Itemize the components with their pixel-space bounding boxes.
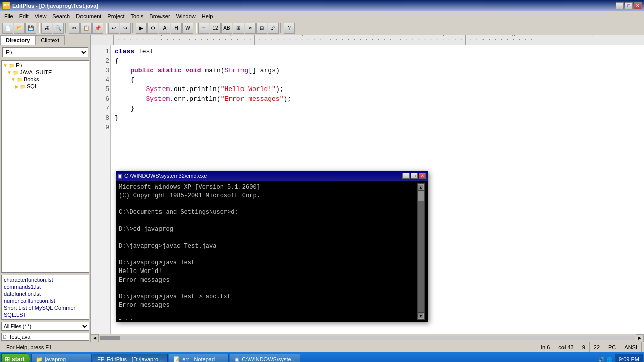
cmd-close-btn[interactable]: ✕	[419, 173, 426, 179]
cmd-scroll-thumb[interactable]	[418, 191, 424, 201]
menu-window[interactable]: Window	[173, 12, 199, 20]
tree-item-sql[interactable]: ▶ 📁 SQL	[3, 83, 88, 90]
taskbar-item-editplus[interactable]: EP EditPlus - [D:\javapro...	[93, 354, 168, 362]
status-pc: PC	[604, 342, 620, 352]
toolbar-btn-t10[interactable]: 🖊	[268, 23, 279, 34]
file-item-6[interactable]: SQL.LST	[3, 311, 88, 318]
menu-edit[interactable]: Edit	[16, 12, 32, 20]
new-file-button[interactable]: 📄	[2, 23, 13, 34]
scroll-left-btn[interactable]: ◀	[91, 334, 99, 342]
taskbar-item-javaprog[interactable]: 📁 javaprog	[31, 354, 92, 362]
start-button[interactable]: ⊞ start	[1, 353, 30, 362]
toolbar-btn-5[interactable]: 🔍	[53, 23, 64, 34]
status-help: For Help, press F1	[2, 342, 537, 352]
cmd-scroll-track[interactable]	[418, 191, 424, 312]
toolbar-btn-t8[interactable]: ≈	[245, 23, 256, 34]
cut-button[interactable]: ✂	[69, 23, 80, 34]
menu-view[interactable]: View	[32, 12, 50, 20]
toolbar-btn-t5[interactable]: 12	[210, 23, 221, 34]
folder-expand-icon-3: ▼	[11, 77, 16, 82]
toolbar-btn-t7[interactable]: ⊞	[233, 23, 244, 34]
cmd-scroll-down[interactable]: ▼	[418, 313, 424, 319]
cmd-minimize-btn[interactable]: ─	[403, 173, 410, 179]
print-button[interactable]: 🖨	[41, 23, 52, 34]
copy-button[interactable]: 📋	[80, 23, 92, 34]
code-line-4: {	[115, 76, 640, 85]
line-num-4: 4	[92, 76, 109, 85]
code-line-7: }	[115, 104, 640, 114]
scroll-right-btn[interactable]: ▶	[636, 334, 644, 342]
tree-item-books[interactable]: ▼ 📁 Books	[3, 76, 88, 83]
scroll-track-h[interactable]	[100, 336, 635, 340]
undo-button[interactable]: ↩	[108, 23, 119, 34]
cmd-buttons: ─ □ ✕	[403, 173, 426, 179]
main-layout: Directory Cliptext F:\ ▼ 📁 F:\ ▼ 📁 JAVA_…	[0, 35, 644, 342]
file-item-5[interactable]: Short List of MySQL Commer	[3, 304, 88, 311]
tree-label-2: JAVA_SUITE	[20, 69, 52, 75]
toolbar-btn-t2[interactable]: H	[171, 23, 182, 34]
cmd-line-3	[119, 200, 417, 209]
menu-file[interactable]: File	[1, 12, 16, 20]
maximize-button[interactable]: □	[625, 2, 633, 9]
ruler-1: · · · · · · · 1 · · · · · · · · · · · · …	[113, 35, 184, 45]
toolbar-btn-t9[interactable]: ⊟	[256, 23, 267, 34]
toolbar-btn-t4[interactable]: ≡	[198, 23, 209, 34]
taskbar-icon-4: ▣	[234, 356, 239, 363]
toolbar-btn-t6[interactable]: AB	[221, 23, 232, 34]
taskbar-label-1: javaprog	[45, 356, 66, 362]
ruler-content: · · · · · · · 1 · · · · · · · · · · · · …	[113, 35, 606, 45]
cmd-title-bar: ▣ C:\WINDOWS\system32\cmd.exe ─ □ ✕	[116, 171, 428, 181]
save-file-button[interactable]: 💾	[25, 23, 36, 34]
file-item-4[interactable]: numericallfunction.lst	[3, 297, 88, 304]
current-file-bar: 🗋 Test.java	[1, 333, 89, 341]
file-item-1[interactable]: characterfunction.lst	[3, 276, 88, 283]
menu-browser[interactable]: Browser	[146, 12, 173, 20]
cmd-line-7	[119, 234, 417, 242]
tab-directory[interactable]: Directory	[0, 35, 35, 45]
toolbar-separator-4	[132, 23, 134, 33]
line-num-1: 1	[92, 47, 109, 57]
file-item-2[interactable]: commands1.lst	[3, 283, 88, 290]
tab-cliptext[interactable]: Cliptext	[35, 35, 65, 45]
status-num2: 22	[590, 342, 604, 352]
help-button[interactable]: ?	[284, 23, 295, 34]
taskbar-item-cmd[interactable]: ▣ C:\WINDOWS\syste...	[230, 354, 300, 362]
file-list[interactable]: characterfunction.lst commands1.lst date…	[1, 275, 89, 320]
run-button[interactable]: ▶	[136, 23, 147, 34]
line-numbers: 1 2 3 4 5 6 7 8 9	[91, 45, 111, 334]
taskbar-items: 📁 javaprog EP EditPlus - [D:\javapro... …	[31, 354, 595, 362]
toolbar-btn-t1[interactable]: A	[159, 23, 170, 34]
filter-dropdown[interactable]: All Files (*.*)	[1, 322, 89, 331]
menu-tools[interactable]: Tools	[128, 12, 147, 20]
toolbar-btn-t3[interactable]: W	[182, 23, 193, 34]
paste-button[interactable]: 📌	[92, 23, 103, 34]
cmd-scroll-up[interactable]: ▲	[418, 184, 424, 190]
line-num-5: 5	[92, 85, 109, 95]
menu-document[interactable]: Document	[73, 12, 104, 20]
menu-project[interactable]: Project	[104, 12, 127, 20]
cmd-maximize-btn[interactable]: □	[411, 173, 418, 179]
menu-help[interactable]: Help	[199, 12, 216, 20]
cmd-line-2: (C) Copyright 1985-2001 Microsoft Corp.	[119, 192, 417, 200]
menu-bar: File Edit View Search Document Project T…	[0, 11, 644, 21]
line-num-9: 9	[92, 123, 109, 133]
scroll-thumb-h[interactable]	[100, 336, 120, 340]
menu-search[interactable]: Search	[49, 12, 73, 20]
taskbar-label-4: C:\WINDOWS\syste...	[242, 356, 296, 362]
cmd-line-17: D:\javaprog>_	[119, 318, 417, 320]
cmd-text-area[interactable]: Microsoft Windows XP [Version 5.1.2600] …	[119, 183, 417, 320]
file-item-3[interactable]: datefunction.lst	[3, 290, 88, 297]
redo-button[interactable]: ↪	[120, 23, 131, 34]
taskbar-item-notepad[interactable]: 📝 err - Notepad	[169, 354, 229, 362]
open-file-button[interactable]: 📂	[14, 23, 25, 34]
ruler-4: · · · · · · · 4 · · · · · · · · · · · · …	[325, 35, 395, 45]
toolbar-btn-run2[interactable]: ⚙	[147, 23, 158, 34]
tree-item-f[interactable]: ▼ 📁 F:\	[3, 62, 88, 69]
toolbar-separator-5	[195, 23, 197, 33]
file-tree[interactable]: ▼ 📁 F:\ ▼ 📁 JAVA_SUITE ▼ 📁 Books ▶ 📁 SQL	[1, 60, 89, 273]
tree-item-java-suite[interactable]: ▼ 📁 JAVA_SUITE	[3, 69, 88, 76]
drive-dropdown[interactable]: F:\	[2, 47, 88, 57]
ruler-5: · · · · · · · 5 · · · · · · · · · · · · …	[395, 35, 465, 45]
minimize-button[interactable]: ─	[616, 2, 624, 9]
close-button[interactable]: ✕	[634, 2, 642, 9]
